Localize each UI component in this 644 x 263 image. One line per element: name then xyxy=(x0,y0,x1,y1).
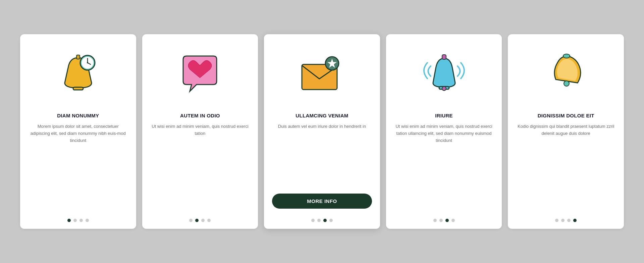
side-bell-icon-area xyxy=(516,44,616,105)
dot-1-1 xyxy=(73,219,77,222)
card-3-dots xyxy=(311,215,333,222)
dot-3-1 xyxy=(317,219,321,222)
card-5-title: DIGNISSIM DOLOE EIT xyxy=(538,113,594,118)
dot-4-0 xyxy=(433,219,437,222)
dot-4-2 xyxy=(445,219,449,222)
svg-point-12 xyxy=(442,87,446,91)
card-3: ULLAMCING VENIAM Duis autem vel eum iriu… xyxy=(264,34,380,229)
card-1-title: DIAM NONUMMY xyxy=(57,113,99,118)
card-4-text: Ut wisi enim ad minim veniam, quis nostr… xyxy=(394,123,494,209)
dot-3-2 xyxy=(323,219,327,222)
dot-4-1 xyxy=(439,219,443,222)
svg-rect-11 xyxy=(442,55,446,59)
card-5-dots xyxy=(555,215,577,222)
dot-3-3 xyxy=(329,219,333,222)
dot-1-0 xyxy=(67,219,71,222)
card-1-text: Morem ipsum dolor sit amet, consectetuer… xyxy=(28,123,128,209)
card-3-title: ULLAMCING VENIAM xyxy=(296,113,348,118)
heart-bubble-icon xyxy=(178,53,222,96)
ringing-bell-icon-area xyxy=(394,44,494,105)
mail-star-icon-area xyxy=(272,44,372,105)
svg-point-14 xyxy=(564,81,569,86)
heart-bubble-icon-area xyxy=(150,44,250,105)
svg-rect-0 xyxy=(73,87,83,90)
dot-5-1 xyxy=(561,219,565,222)
card-5: DIGNISSIM DOLOE EIT Kodio dignissim qui … xyxy=(508,34,624,229)
dot-3-0 xyxy=(311,219,315,222)
bell-clock-icon xyxy=(58,51,98,98)
svg-rect-1 xyxy=(76,55,80,59)
card-1: DIAM NONUMMY Morem ipsum dolor sit amet,… xyxy=(20,34,136,229)
dot-5-0 xyxy=(555,219,558,222)
card-2-text: Ut wisi enim ad minim veniam, quis nostr… xyxy=(150,123,250,209)
card-5-text: Kodio dignissim qui blandit praesent lup… xyxy=(516,123,616,209)
dot-1-2 xyxy=(79,219,83,222)
dot-2-2 xyxy=(201,219,205,222)
side-bell-icon xyxy=(549,53,583,96)
dot-5-2 xyxy=(567,219,571,222)
card-2-dots xyxy=(189,215,211,222)
mail-star-icon xyxy=(300,56,344,93)
card-2-title: AUTEM IN ODIO xyxy=(180,113,220,118)
ringing-bell-icon xyxy=(422,51,466,98)
cards-container: DIAM NONUMMY Morem ipsum dolor sit amet,… xyxy=(20,34,624,229)
card-1-dots xyxy=(67,215,89,222)
dot-4-3 xyxy=(451,219,455,222)
dot-2-1 xyxy=(195,219,199,222)
more-info-button[interactable]: MORE INFO xyxy=(272,194,372,209)
card-3-text: Duis autem vel eum iriure dolor in hendr… xyxy=(278,123,366,187)
svg-point-6 xyxy=(87,62,88,63)
dot-2-0 xyxy=(189,219,193,222)
card-2: AUTEM IN ODIO Ut wisi enim ad minim veni… xyxy=(142,34,258,229)
svg-point-13 xyxy=(563,54,570,58)
dot-5-3 xyxy=(573,219,577,222)
dot-2-3 xyxy=(207,219,211,222)
card-4-title: IRIURE xyxy=(435,113,453,118)
bell-clock-icon-area xyxy=(28,44,128,105)
dot-1-3 xyxy=(86,219,89,222)
card-4: IRIURE Ut wisi enim ad minim veniam, qui… xyxy=(386,34,502,229)
card-4-dots xyxy=(433,215,455,222)
